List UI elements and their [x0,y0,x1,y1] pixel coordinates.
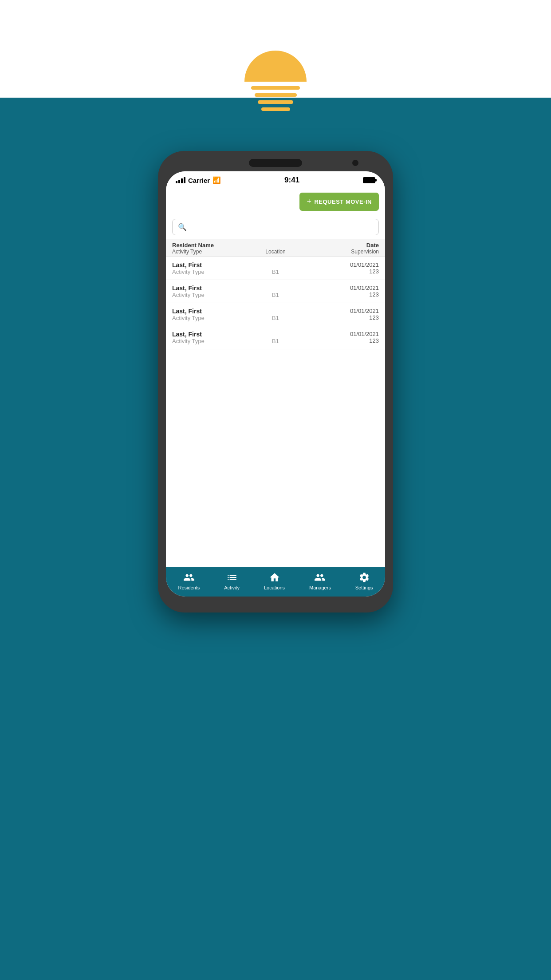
logo-line-2 [255,93,297,97]
header-resident-name: Resident Name [172,242,241,249]
table-row[interactable]: Last, First Activity Type B1 01/01/2021 … [166,326,385,349]
header-right: Date Supervision [310,242,379,255]
data-list: Last, First Activity Type B1 01/01/2021 … [166,257,385,567]
row-name-1: Last, First [172,285,241,292]
search-input[interactable] [190,223,373,231]
battery-icon [363,177,375,183]
header-activity-type: Activity Type [172,249,241,255]
row-date-2: 01/01/2021 [350,308,379,314]
logo [244,51,307,111]
signal-bar-3 [181,178,183,183]
row-name-3: Last, First [172,331,241,338]
status-time: 9:41 [284,176,299,185]
locations-icon [269,572,280,583]
status-bar: Carrier 📶 9:41 [166,171,385,188]
nav-item-managers[interactable]: Managers [309,572,331,590]
search-box[interactable]: 🔍 [172,219,379,235]
phone-notch [166,159,385,167]
row-right-2: 01/01/2021 123 [310,308,379,321]
phone-camera [352,160,358,166]
row-left-0: Last, First Activity Type [172,261,241,275]
activity-icon [226,572,238,583]
managers-icon [314,572,326,583]
row-left-3: Last, First Activity Type [172,331,241,344]
search-icon: 🔍 [178,223,187,231]
nav-label-settings: Settings [355,585,373,590]
row-type-1: Activity Type [172,292,241,298]
row-location-3: B1 [272,338,279,344]
row-supervision-0: 123 [369,268,379,275]
row-location-1: B1 [272,292,279,298]
signal-bar-1 [176,181,177,183]
wifi-icon: 📶 [213,176,221,184]
plus-icon: + [307,197,311,206]
phone-screen: Carrier 📶 9:41 + REQUEST MOVE-IN 🔍 [166,171,385,597]
nav-label-managers: Managers [309,585,331,590]
nav-label-residents: Residents [178,585,200,590]
residents-icon [183,572,195,583]
carrier-label: Carrier [188,177,210,184]
row-left-2: Last, First Activity Type [172,308,241,321]
row-center-1: B1 [241,285,310,298]
logo-lines [251,86,300,111]
header-center: Location [241,242,310,255]
signal-bar-2 [178,180,180,183]
row-right-3: 01/01/2021 123 [310,331,379,344]
app-header-bg [0,0,551,98]
table-header: Resident Name Activity Type Location Dat… [166,239,385,257]
nav-item-residents[interactable]: Residents [178,572,200,590]
status-left: Carrier 📶 [176,176,221,184]
row-center-2: B1 [241,308,310,321]
bottom-nav: Residents Activity Locations [166,567,385,597]
logo-line-3 [258,100,293,104]
header-date: Date [366,242,379,249]
status-right [363,177,375,183]
row-date-0: 01/01/2021 [350,261,379,268]
row-type-2: Activity Type [172,315,241,321]
row-location-0: B1 [272,269,279,275]
row-name-2: Last, First [172,308,241,315]
header-left: Resident Name Activity Type [172,242,241,255]
header-supervision: Supervision [351,249,379,255]
row-date-1: 01/01/2021 [350,285,379,291]
row-name-0: Last, First [172,261,241,269]
request-move-in-label: REQUEST MOVE-IN [314,198,372,205]
teal-background: Carrier 📶 9:41 + REQUEST MOVE-IN 🔍 [0,98,551,980]
search-container: 🔍 [166,215,385,239]
phone-pill [249,159,302,167]
nav-item-locations[interactable]: Locations [264,572,285,590]
row-type-3: Activity Type [172,338,241,344]
table-row[interactable]: Last, First Activity Type B1 01/01/2021 … [166,257,385,280]
logo-line-4 [261,107,290,111]
row-supervision-3: 123 [369,337,379,344]
row-supervision-2: 123 [369,314,379,321]
signal-bar-4 [184,177,185,183]
nav-label-locations: Locations [264,585,285,590]
table-row[interactable]: Last, First Activity Type B1 01/01/2021 … [166,303,385,326]
row-location-2: B1 [272,315,279,321]
row-center-0: B1 [241,261,310,275]
logo-sun [244,51,307,82]
row-left-1: Last, First Activity Type [172,285,241,298]
nav-item-activity[interactable]: Activity [224,572,240,590]
signal-bars [176,177,185,183]
logo-line-1 [251,86,300,90]
row-supervision-1: 123 [369,291,379,298]
row-right-0: 01/01/2021 123 [310,261,379,275]
row-center-3: B1 [241,331,310,344]
app-action-header: + REQUEST MOVE-IN [166,188,385,215]
request-move-in-button[interactable]: + REQUEST MOVE-IN [299,193,379,211]
row-date-3: 01/01/2021 [350,331,379,337]
phone-mockup: Carrier 📶 9:41 + REQUEST MOVE-IN 🔍 [158,151,393,612]
row-type-0: Activity Type [172,269,241,275]
table-row[interactable]: Last, First Activity Type B1 01/01/2021 … [166,280,385,303]
header-location: Location [265,249,285,255]
nav-item-settings[interactable]: Settings [355,572,373,590]
settings-icon [358,572,370,583]
nav-label-activity: Activity [224,585,240,590]
row-right-1: 01/01/2021 123 [310,285,379,298]
